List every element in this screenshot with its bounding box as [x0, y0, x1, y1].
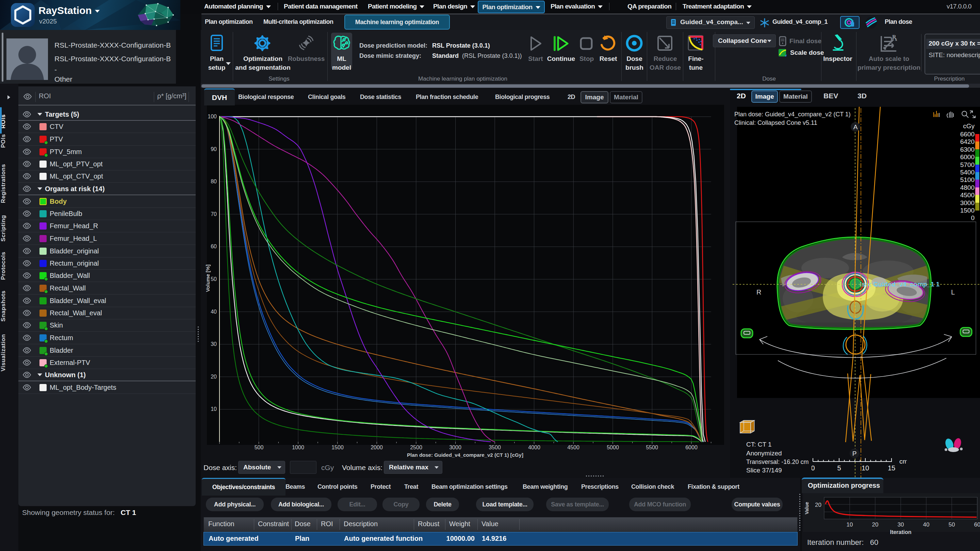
svg-text:5: 5: [837, 464, 841, 472]
svg-text:40: 40: [211, 309, 217, 314]
svg-text:1000: 1000: [292, 445, 304, 450]
svg-text:Iteration number: 60: Iteration number: 60: [807, 538, 878, 546]
svg-text:2500: 2500: [410, 445, 422, 450]
svg-text:Plan dose: Guided_v4_compare_v: Plan dose: Guided_v4_compare_v2 (CT 1) […: [407, 452, 523, 458]
svg-text:60: 60: [974, 521, 980, 528]
svg-text:L: L: [951, 288, 955, 296]
svg-text:P: P: [853, 450, 857, 457]
svg-text:500: 500: [255, 445, 264, 450]
svg-text:4500: 4500: [567, 445, 579, 450]
svg-text:5000: 5000: [607, 445, 619, 450]
svg-text:3500: 3500: [488, 445, 501, 450]
svg-text:40: 40: [923, 521, 930, 528]
svg-text:1500: 1500: [331, 445, 344, 450]
svg-text:10: 10: [211, 406, 217, 412]
svg-text:3000: 3000: [449, 445, 461, 450]
svg-text:6000: 6000: [685, 445, 698, 450]
svg-text:Volume [%]: Volume [%]: [205, 265, 211, 292]
svg-text:Iteration: Iteration: [890, 529, 911, 535]
svg-text:80: 80: [211, 179, 217, 184]
svg-text:4000: 4000: [528, 445, 540, 450]
svg-text:cm: cm: [899, 458, 907, 465]
svg-text:A: A: [853, 124, 858, 130]
svg-text:0: 0: [811, 464, 815, 472]
svg-text:20: 20: [815, 502, 821, 508]
svg-text:30: 30: [211, 341, 217, 347]
svg-text:R: R: [756, 288, 761, 296]
svg-text:90: 90: [211, 146, 217, 152]
svg-text:15: 15: [888, 464, 895, 472]
svg-text:30: 30: [898, 521, 904, 528]
svg-text:20: 20: [872, 521, 878, 528]
svg-text:20: 20: [211, 374, 217, 380]
svg-text:70: 70: [211, 211, 217, 217]
svg-text:50: 50: [949, 521, 955, 528]
svg-text:60: 60: [211, 243, 217, 249]
svg-text:x: x: [895, 37, 897, 42]
svg-text:2000: 2000: [371, 445, 383, 450]
svg-text:10: 10: [846, 521, 853, 528]
svg-text:10: 10: [862, 464, 869, 472]
svg-text:50: 50: [211, 276, 217, 282]
svg-text:100: 100: [208, 114, 217, 119]
svg-text:Value: Value: [804, 502, 810, 514]
svg-text:5500: 5500: [646, 445, 658, 450]
